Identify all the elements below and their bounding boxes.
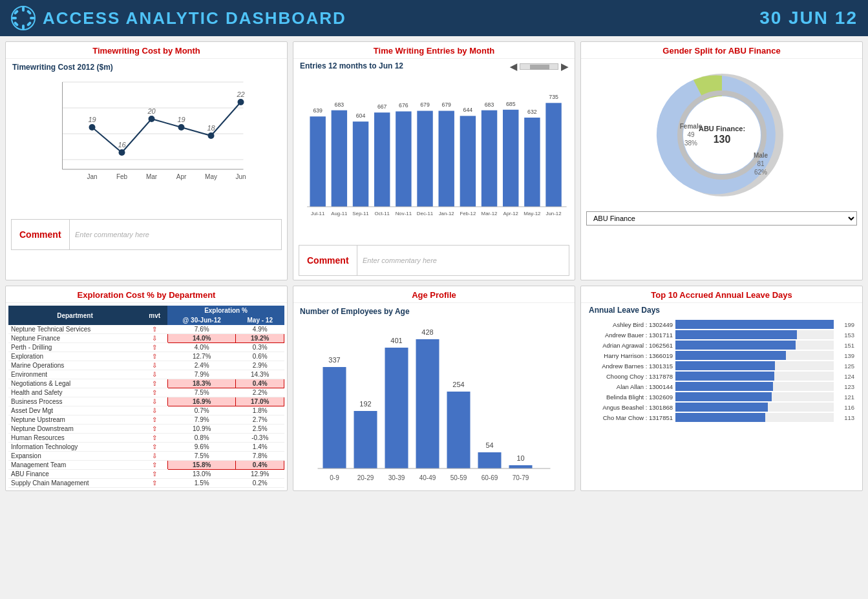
svg-text:30-39: 30-39 [388, 474, 405, 481]
leave-bar-wrap [675, 341, 834, 350]
svg-text:337: 337 [328, 356, 340, 364]
leave-bar-wrap [675, 403, 834, 412]
svg-text:Apr: Apr [176, 173, 187, 180]
leave-chart: Ashley Bird : 1302449 199 Andrew Bauer :… [581, 316, 862, 425]
time-entries-title: Time Writing Entries by Month [293, 42, 575, 59]
svg-text:130: 130 [713, 134, 730, 145]
table-row: Environment [8, 370, 142, 379]
logo-section: ACCESS ANALYTIC DASHBOARD [10, 5, 346, 31]
leave-value: 139 [836, 352, 854, 359]
jun12-val: 0.8% [167, 434, 236, 443]
timewriting-comment-text[interactable]: Enter commentary here [70, 220, 281, 249]
age-svg: 337 0-9 192 20-29 401 30-39 428 40-49 25… [299, 320, 569, 481]
svg-text:685: 685 [506, 101, 516, 107]
svg-rect-51 [438, 111, 454, 207]
svg-rect-8 [26, 10, 32, 15]
may12-val: 1.8% [236, 406, 284, 415]
svg-rect-63 [524, 118, 540, 207]
may12-val: 2.7% [236, 415, 284, 425]
mvt-arrow: ⇧ [142, 443, 167, 452]
svg-text:644: 644 [463, 107, 473, 113]
list-item: Adrian Agrawal : 1062561 151 [589, 341, 854, 350]
svg-point-16 [119, 149, 125, 156]
jun12-val: 18.3% [167, 379, 236, 388]
mvt-arrow: ⇧ [142, 425, 167, 434]
may12-val: 14.3% [236, 370, 284, 379]
table-row: Negotiations & Legal [8, 379, 142, 388]
may12-val: 0.4% [236, 461, 284, 470]
svg-text:10: 10 [516, 454, 524, 462]
svg-rect-1 [22, 6, 25, 12]
svg-text:ABU Finance:: ABU Finance: [698, 125, 745, 132]
leave-person-name: Cho Mar Chow : 1317851 [589, 414, 673, 421]
leave-person-name: Choong Choy : 1317878 [589, 373, 673, 380]
timewriting-comment-box: Comment Enter commentary here [11, 219, 282, 250]
svg-point-19 [208, 132, 215, 139]
table-row: Perth - Drilling [8, 343, 142, 352]
svg-text:May: May [205, 173, 217, 180]
svg-text:38%: 38% [684, 140, 697, 147]
scroll-right-arrow[interactable]: ▶ [561, 61, 568, 72]
leave-bar [675, 320, 834, 329]
jun12-val: 7.9% [167, 415, 236, 425]
leave-bar [675, 341, 796, 350]
table-row: Supply Chain Management [8, 479, 142, 488]
mvt-arrow: ⇩ [142, 397, 167, 406]
may12-val: 0.6% [236, 352, 284, 361]
time-entries-panel: Time Writing Entries by Month Entries 12… [293, 41, 575, 280]
leave-value: 124 [836, 373, 854, 380]
timewriting-chart-title: Timewriting Cost 2012 ($m) [6, 59, 287, 73]
mvt-arrow: ⇧ [142, 415, 167, 425]
svg-text:Feb-12: Feb-12 [460, 211, 476, 216]
svg-rect-39 [353, 121, 368, 207]
svg-text:81: 81 [757, 160, 765, 167]
exploration-table-wrap: Department mvt Exploration % @ 30-Jun-12… [6, 303, 287, 490]
mvt-arrow: ⇧ [142, 470, 167, 479]
svg-text:Oct-11: Oct-11 [374, 211, 390, 216]
gender-select[interactable]: ABU Finance [586, 211, 857, 226]
jun12-val: 4.0% [167, 343, 236, 352]
leave-value: 199 [836, 321, 854, 328]
entries-comment-box: Comment Enter commentary here [299, 245, 569, 276]
svg-rect-57 [482, 110, 497, 207]
table-row: Expansion [8, 452, 142, 461]
svg-text:54: 54 [485, 441, 493, 449]
may12-val: 17.0% [236, 397, 284, 406]
age-chart-title: Number of Employees by Age [293, 303, 575, 317]
jun12-val: 1.5% [167, 479, 236, 488]
svg-text:735: 735 [549, 94, 558, 100]
svg-text:683: 683 [335, 101, 344, 108]
leave-value: 125 [836, 363, 854, 370]
svg-rect-4 [30, 17, 35, 19]
mvt-arrow: ⇩ [142, 361, 167, 370]
table-row: Exploration [8, 352, 142, 361]
entries-comment-text[interactable]: Enter commentary here [357, 246, 569, 275]
leave-bar [675, 382, 773, 391]
may12-val: 19.2% [236, 334, 284, 343]
list-item: Andrew Bauer : 1301711 153 [589, 330, 854, 339]
scroll-track [520, 63, 558, 70]
exploration-panel: Exploration Cost % by Department Departm… [5, 286, 288, 491]
timewriting-comment-label: Comment [12, 220, 70, 249]
jun12-val: 7.5% [167, 388, 236, 397]
bottom-row: Exploration Cost % by Department Departm… [0, 286, 868, 496]
svg-text:Dec-11: Dec-11 [417, 211, 433, 216]
jun12-val: 14.0% [167, 334, 236, 343]
svg-rect-81 [323, 367, 346, 468]
may12-val: 7.8% [236, 452, 284, 461]
svg-rect-33 [310, 116, 325, 207]
col-may12: May - 12 [236, 315, 284, 325]
svg-rect-66 [545, 103, 561, 207]
leave-value: 153 [836, 331, 854, 339]
age-profile-title: Age Profile [293, 286, 575, 303]
col-dept: Department [8, 306, 142, 325]
header: ACCESS ANALYTIC DASHBOARD 30 JUN 12 [0, 0, 868, 36]
table-row: Neptune Downstream [8, 425, 142, 434]
jun12-val: 2.4% [167, 361, 236, 370]
svg-text:20: 20 [147, 107, 156, 115]
svg-rect-84 [354, 411, 377, 468]
scroll-left-arrow[interactable]: ◀ [510, 61, 517, 72]
svg-text:Nov-11: Nov-11 [396, 211, 412, 216]
svg-text:60-69: 60-69 [482, 474, 498, 481]
timewriting-svg: 19 16 20 19 18 22 Jan Feb Mar Apr May Ju… [12, 76, 281, 192]
